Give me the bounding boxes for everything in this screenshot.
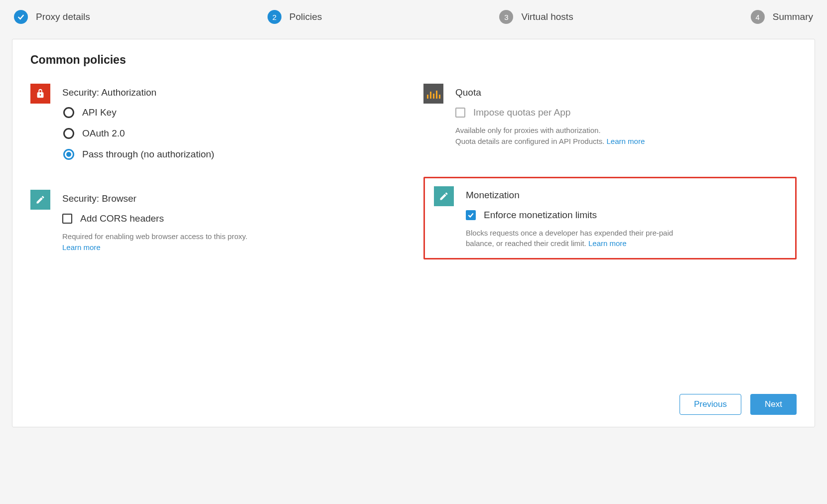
checkbox-quota-per-app: Impose quotas per App xyxy=(455,107,797,118)
step-label: Virtual hosts xyxy=(521,11,573,22)
policy-quota: Quota Impose quotas per App Available on… xyxy=(423,84,797,147)
previous-button[interactable]: Previous xyxy=(680,394,741,415)
policy-title: Monetization xyxy=(466,190,786,201)
policy-monetization: Monetization Enforce monetization limits… xyxy=(434,186,786,250)
policy-title: Security: Authorization xyxy=(62,87,404,98)
helper-line: Blocks requests once a developer has exp… xyxy=(466,229,673,248)
step-number-icon: 4 xyxy=(751,10,765,24)
policy-title: Security: Browser xyxy=(62,193,404,204)
step-done-icon xyxy=(14,10,28,24)
radio-api-key[interactable]: API Key xyxy=(63,107,404,118)
learn-more-link[interactable]: Learn more xyxy=(607,137,645,145)
panel-title: Common policies xyxy=(30,53,797,67)
step-label: Policies xyxy=(289,11,322,22)
footer-actions: Previous Next xyxy=(30,384,797,415)
learn-more-link[interactable]: Learn more xyxy=(588,239,627,248)
radio-label: OAuth 2.0 xyxy=(82,128,125,139)
checkbox-monetization-limits[interactable]: Enforce monetization limits xyxy=(466,210,786,221)
policy-security-authorization: Security: Authorization API Key OAuth 2.… xyxy=(30,84,404,160)
pencil-icon xyxy=(30,190,50,210)
helper-line: Quota details are configured in API Prod… xyxy=(455,137,604,145)
step-proxy-details[interactable]: Proxy details xyxy=(14,10,90,24)
helper-line: Available only for proxies with authoriz… xyxy=(455,126,601,134)
checkbox-label: Enforce monetization limits xyxy=(484,210,597,221)
learn-more-link[interactable]: Learn more xyxy=(62,243,101,252)
step-number-icon: 3 xyxy=(499,10,513,24)
radio-label: Pass through (no authorization) xyxy=(82,149,214,160)
radio-icon xyxy=(63,128,74,139)
radio-icon xyxy=(63,107,74,118)
highlight-monetization: Monetization Enforce monetization limits… xyxy=(423,177,797,260)
helper-line: Required for enabling web browser access… xyxy=(62,232,248,241)
checkbox-label: Add CORS headers xyxy=(80,213,164,224)
checkbox-icon xyxy=(455,108,465,118)
step-virtual-hosts[interactable]: 3 Virtual hosts xyxy=(499,10,573,24)
helper-text: Available only for proxies with authoriz… xyxy=(455,125,675,147)
stepper: Proxy details 2 Policies 3 Virtual hosts… xyxy=(12,10,815,24)
policy-title: Quota xyxy=(455,87,797,98)
radio-icon xyxy=(63,149,74,160)
checkbox-icon xyxy=(62,214,72,224)
radio-label: API Key xyxy=(82,107,117,118)
next-button[interactable]: Next xyxy=(750,394,797,415)
step-summary[interactable]: 4 Summary xyxy=(751,10,813,24)
panel-common-policies: Common policies Security: Authorization … xyxy=(12,39,815,427)
checkbox-icon xyxy=(466,210,476,220)
radio-oauth[interactable]: OAuth 2.0 xyxy=(63,128,404,139)
helper-text: Required for enabling web browser access… xyxy=(62,231,281,253)
helper-text: Blocks requests once a developer has exp… xyxy=(466,228,685,250)
checkbox-cors-headers[interactable]: Add CORS headers xyxy=(62,213,404,224)
step-label: Summary xyxy=(773,11,813,22)
radio-pass-through[interactable]: Pass through (no authorization) xyxy=(63,149,404,160)
pencil-icon xyxy=(434,186,454,206)
checkbox-label: Impose quotas per App xyxy=(473,107,570,118)
step-number-icon: 2 xyxy=(268,10,281,24)
bars-icon xyxy=(423,84,443,104)
policy-security-browser: Security: Browser Add CORS headers Requi… xyxy=(30,190,404,253)
step-label: Proxy details xyxy=(36,11,90,22)
lock-icon xyxy=(30,84,50,104)
step-policies[interactable]: 2 Policies xyxy=(268,10,322,24)
